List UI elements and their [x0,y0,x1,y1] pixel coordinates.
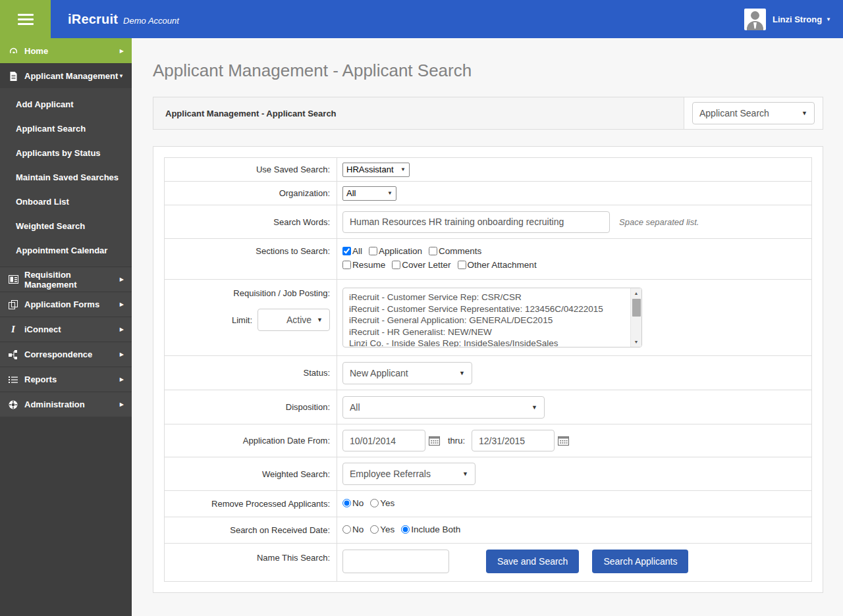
remove-processed-radios: NoYes [342,498,401,510]
listbox-option[interactable]: iRecruit - Customer Service Representati… [349,303,630,315]
radio-option-no[interactable]: No [342,498,364,508]
disposition-select[interactable]: All ▼ [342,396,545,419]
sidebar-item-label: Requisition Management [24,270,120,290]
requisition-listbox[interactable]: iRecruit - Customer Service Rep: CSR/CSR… [342,288,642,347]
list-icon [8,374,18,385]
checkbox-option-application[interactable]: Application [369,246,422,256]
checkbox-option-all[interactable]: All [342,246,362,256]
calendar-icon[interactable] [558,436,569,446]
listbox-option[interactable]: iRecruit - General Application: GENERAL/… [349,315,630,326]
calendar-icon[interactable] [429,436,440,446]
submenu-label: Add Applicant [16,99,74,109]
listbox-option[interactable]: Linzi Co. - Inside Sales Rep: InsideSale… [349,338,630,347]
sections-checkbox-row-2: ResumeCover LetterOther Attachment [342,260,543,272]
copy-pages-icon [8,299,18,310]
sidebar-subitem-onboard-list[interactable]: Onboard List [0,190,132,214]
checkbox-option-resume[interactable]: Resume [342,260,385,270]
radio-option-yes[interactable]: Yes [370,525,394,534]
checkbox-input[interactable] [342,261,351,269]
top-header: iRecruit Demo Account Linzi Strong ▼ [0,0,843,38]
chevron-down-icon: ▼ [387,190,393,196]
applicant-management-submenu: Add Applicant Applicant Search Applicant… [0,88,132,267]
field-label: Disposition: [165,390,337,424]
date-from-input[interactable] [342,430,425,451]
sidebar-subitem-add-applicant[interactable]: Add Applicant [0,92,132,116]
section-header-strip: Applicant Management - Applicant Search … [153,97,823,130]
sidebar-item-requisition-management[interactable]: Requisition Management ▶ [0,267,132,292]
page-nav-select[interactable]: Applicant Search ▼ [692,102,815,124]
checkbox-option-cover-letter[interactable]: Cover Letter [392,260,450,270]
radio-option-yes[interactable]: Yes [370,498,394,508]
listbox-option[interactable]: iRecruit - HR Generalist: NEW/NEW [349,326,630,338]
checkbox-option-other-attachment[interactable]: Other Attachment [458,260,537,270]
sidebar-item-application-forms[interactable]: Application Forms ▶ [0,292,132,317]
chevron-down-icon: ▼ [317,317,323,323]
sidebar-item-label: iConnect [24,324,120,334]
chevron-down-icon: ▼ [400,167,406,172]
user-menu[interactable]: Linzi Strong ▼ [744,9,831,30]
sidebar-subitem-applicant-search[interactable]: Applicant Search [0,116,132,141]
radio-input[interactable] [342,499,351,507]
listbox-scrollbar[interactable]: ▲ ▼ [630,288,641,347]
field-label: Weighted Search: [165,457,337,490]
weighted-search-select[interactable]: Employee Referrals ▼ [342,463,476,485]
checkbox-input[interactable] [342,247,351,255]
chevron-down-icon: ▼ [802,110,807,116]
brand-name: iRecruit [68,12,118,27]
field-label: Requisition / Job Posting: [233,288,330,298]
radio-option-no[interactable]: No [342,525,364,534]
sidebar-item-label: Administration [24,399,120,409]
radio-input[interactable] [401,525,410,534]
thru-label: thru: [448,436,465,446]
submenu-label: Appointment Calendar [16,245,107,255]
radio-input[interactable] [342,525,351,534]
chevron-down-icon: ▼ [826,16,831,22]
saved-search-select[interactable]: HRAssistant ▼ [342,163,410,177]
checkbox-input[interactable] [392,261,400,269]
sidebar-item-correspondence[interactable]: Correspondence ▶ [0,342,132,367]
sidebar-subitem-maintain-saved-searches[interactable]: Maintain Saved Searches [0,165,132,190]
scroll-down-icon[interactable]: ▼ [631,337,642,347]
sidebar-item-home[interactable]: Home ▶ [0,38,132,63]
organization-select[interactable]: All ▼ [342,186,396,201]
sidebar-item-administration[interactable]: Administration ▶ [0,392,132,417]
radio-input[interactable] [370,525,379,534]
checkbox-input[interactable] [458,261,466,269]
field-label: Name This Search: [165,544,337,581]
sidebar-item-applicant-management[interactable]: Applicant Management ▼ [0,63,132,88]
submenu-label: Applicants by Status [16,148,101,158]
checkbox-option-comments[interactable]: Comments [429,246,481,256]
menu-toggle-button[interactable] [0,0,51,38]
brand-suffix: Demo Account [123,16,179,26]
sidebar-nav: Home ▶ Applicant Management ▼ Add Applic… [0,38,132,616]
limit-select[interactable]: Active ▼ [258,309,330,331]
sidebar-item-label: Applicant Management [24,71,119,81]
date-to-input[interactable] [472,430,555,451]
chevron-down-icon: ▼ [462,471,468,477]
listbox-option[interactable]: iRecruit - Customer Service Rep: CSR/CSR [349,292,630,303]
sidebar-item-reports[interactable]: Reports ▶ [0,367,132,392]
field-label: Organization: [165,182,337,205]
sidebar-item-label: Reports [24,374,120,384]
sidebar-item-iconnect[interactable]: I iConnect ▶ [0,317,132,342]
save-and-search-button[interactable]: Save and Search [486,550,579,573]
newspaper-icon [8,274,18,285]
scroll-up-icon[interactable]: ▲ [631,288,642,298]
sidebar-subitem-appointment-calendar[interactable]: Appointment Calendar [0,238,132,263]
gear-icon [8,399,18,410]
chevron-right-icon: ▶ [120,276,124,282]
radio-option-include-both[interactable]: Include Both [401,525,460,534]
sidebar-subitem-weighted-search[interactable]: Weighted Search [0,214,132,238]
scrollbar-thumb[interactable] [632,299,641,317]
status-select[interactable]: New Applicant ▼ [342,362,472,384]
checkbox-input[interactable] [369,247,377,255]
field-label: Sections to Search: [165,239,337,279]
radio-input[interactable] [370,499,379,507]
search-words-input[interactable] [342,211,610,233]
sidebar-item-label: Home [24,46,120,56]
chevron-right-icon: ▶ [120,376,124,382]
sidebar-subitem-applicants-by-status[interactable]: Applicants by Status [0,141,132,165]
name-search-input[interactable] [342,550,449,573]
search-applicants-button[interactable]: Search Applicants [592,550,688,573]
checkbox-input[interactable] [429,247,437,255]
